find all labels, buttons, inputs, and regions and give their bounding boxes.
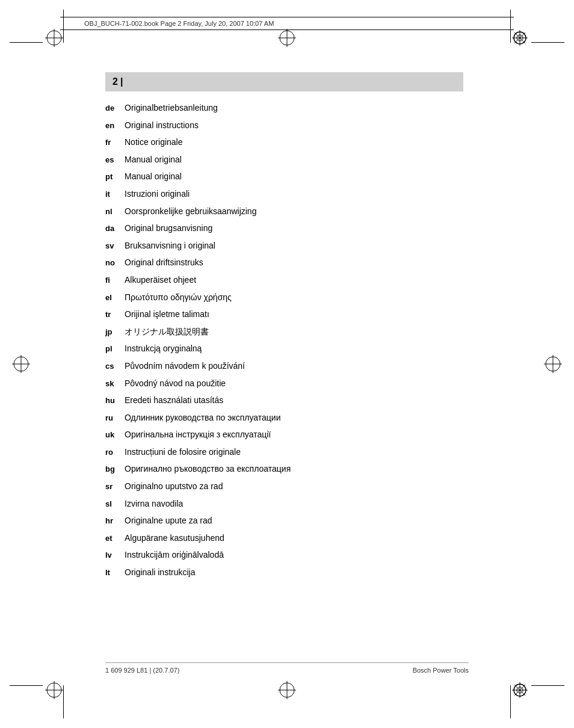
- lang-code: sv: [105, 241, 125, 251]
- corner-hline-br: [531, 685, 564, 686]
- list-item: roInstrucțiuni de folosire originale: [105, 446, 463, 458]
- footer-left: 1 609 929 L81 | (20.7.07): [105, 667, 179, 674]
- page: OBJ_BUCH-71-002.book Page 2 Friday, July…: [0, 0, 574, 728]
- lang-text: Orijinal işletme talimatı: [125, 309, 209, 321]
- page-number-box: 2 |: [105, 72, 463, 91]
- lang-code: et: [105, 533, 125, 544]
- page-number: 2: [113, 76, 118, 87]
- corner-hline-bl: [10, 685, 43, 686]
- lang-text: Algupärane kasutusjuhend: [125, 532, 224, 544]
- list-item: noOriginal driftsinstruks: [105, 257, 463, 269]
- lang-text: Původním návodem k používání: [125, 360, 245, 372]
- reg-mark-top-right: [511, 29, 529, 47]
- lang-text: Оригинално ръководство за експлоатация: [125, 463, 291, 475]
- lang-code: fi: [105, 275, 125, 286]
- lang-code: ro: [105, 447, 125, 458]
- list-item: ptManual original: [105, 171, 463, 183]
- lang-code: jp: [105, 327, 125, 338]
- reg-mark-top-left: [45, 29, 63, 47]
- footer: 1 609 929 L81 | (20.7.07) Bosch Power To…: [105, 662, 469, 674]
- lang-code: es: [105, 155, 125, 165]
- lang-text: Originalbetriebsanleitung: [125, 102, 218, 114]
- lang-code: hu: [105, 395, 125, 406]
- lang-text: Manual original: [125, 154, 182, 166]
- lang-text: Originalno uputstvo za rad: [125, 481, 223, 493]
- lang-text: Pôvodný návod na použitie: [125, 378, 226, 390]
- list-item: jpオリジナル取扱説明書: [105, 326, 463, 338]
- lang-code: pt: [105, 171, 125, 182]
- list-item: enOriginal instructions: [105, 120, 463, 132]
- lang-text: Instrukcijām oriģinālvalodā: [125, 549, 224, 561]
- lang-text: Original instructions: [125, 120, 199, 132]
- lang-code: sr: [105, 481, 125, 492]
- lang-code: tr: [105, 309, 125, 320]
- page-separator: |: [120, 76, 123, 87]
- list-item: csPůvodním návodem k používání: [105, 360, 463, 372]
- list-item: slIzvirna navodila: [105, 498, 463, 510]
- lang-code: lt: [105, 567, 125, 578]
- list-item: plInstrukcją oryginalną: [105, 343, 463, 355]
- list-item: svBruksanvisning i original: [105, 240, 463, 252]
- lang-code: sl: [105, 499, 125, 510]
- lang-text: オリジナル取扱説明書: [125, 326, 209, 338]
- reg-mark-left: [12, 355, 30, 373]
- lang-text: Notice originale: [125, 137, 183, 149]
- lang-text: Original driftsinstruks: [125, 257, 203, 269]
- lang-code: el: [105, 292, 125, 303]
- list-item: srOriginalno uputstvo za rad: [105, 481, 463, 493]
- lang-code: de: [105, 103, 125, 114]
- lang-text: Oorspronkelijke gebruiksaanwijzing: [125, 206, 256, 218]
- list-item: nlOorspronkelijke gebruiksaanwijzing: [105, 206, 463, 218]
- footer-right: Bosch Power Tools: [413, 667, 469, 674]
- corner-hline-tr: [531, 42, 564, 43]
- reg-mark-bottom-right: [511, 681, 529, 699]
- lang-text: Одлинник руководства по эксплуатации: [125, 412, 281, 424]
- lang-code: uk: [105, 430, 125, 440]
- lang-text: Eredeti használati utasítás: [125, 395, 223, 407]
- list-item: ruОдлинник руководства по эксплуатации: [105, 412, 463, 424]
- lang-code: nl: [105, 206, 125, 217]
- reg-mark-top-center: [278, 29, 296, 47]
- list-item: frNotice originale: [105, 137, 463, 149]
- list-item: fiAlkuperäiset ohjeet: [105, 274, 463, 286]
- lang-code: pl: [105, 344, 125, 354]
- lang-text: Original brugsanvisning: [125, 223, 212, 235]
- lang-code: ru: [105, 413, 125, 424]
- lang-text: Instrukcją oryginalną: [125, 343, 202, 355]
- list-item: esManual original: [105, 154, 463, 166]
- lang-text: Istruzioni originali: [125, 188, 190, 200]
- lang-code: it: [105, 189, 125, 200]
- lang-text: Alkuperäiset ohjeet: [125, 274, 196, 286]
- reg-mark-bottom-left: [45, 681, 63, 699]
- lang-text: Izvirna navodila: [125, 498, 183, 510]
- list-item: skPôvodný návod na použitie: [105, 378, 463, 390]
- lang-code: no: [105, 258, 125, 268]
- lang-text: Originalne upute za rad: [125, 515, 212, 527]
- lang-code: cs: [105, 361, 125, 372]
- reg-mark-right: [544, 355, 562, 373]
- list-item: bgОригинално ръководство за експлоатация: [105, 463, 463, 475]
- lang-text: Originali instrukcija: [125, 567, 195, 579]
- list-item: huEredeti használati utasítás: [105, 395, 463, 407]
- lang-code: bg: [105, 464, 125, 475]
- corner-vline-bl: [63, 685, 64, 718]
- list-item: ukОригінальна інструкція з експлуатації: [105, 429, 463, 441]
- list-item: deOriginalbetriebsanleitung: [105, 102, 463, 114]
- lang-code: fr: [105, 137, 125, 148]
- language-list: deOriginalbetriebsanleitungenOriginal in…: [105, 102, 463, 584]
- lang-code: da: [105, 223, 125, 234]
- lang-code: lv: [105, 550, 125, 561]
- list-item: hrOriginalne upute za rad: [105, 515, 463, 527]
- header-bar: OBJ_BUCH-71-002.book Page 2 Friday, July…: [60, 17, 514, 30]
- lang-text: Bruksanvisning i original: [125, 240, 215, 252]
- lang-text: Instrucțiuni de folosire originale: [125, 446, 241, 458]
- list-item: elΠρωτότυπο οδηγιών χρήσης: [105, 292, 463, 304]
- lang-text: Manual original: [125, 171, 182, 183]
- list-item: daOriginal brugsanvisning: [105, 223, 463, 235]
- lang-text: Πρωτότυπο οδηγιών χρήσης: [125, 292, 232, 304]
- list-item: ltOriginali instrukcija: [105, 567, 463, 579]
- lang-text: Оригінальна інструкція з експлуатації: [125, 429, 271, 441]
- header-text: OBJ_BUCH-71-002.book Page 2 Friday, July…: [84, 20, 274, 27]
- list-item: itIstruzioni originali: [105, 188, 463, 200]
- lang-code: sk: [105, 378, 125, 389]
